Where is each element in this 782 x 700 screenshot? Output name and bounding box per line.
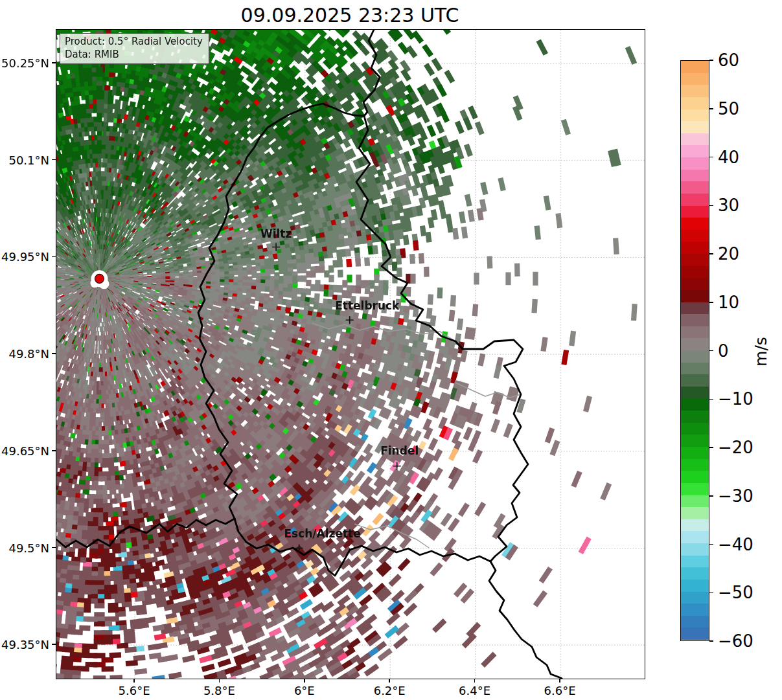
y-tick-label: 49.65°N [1,444,49,457]
colorbar-segment [681,278,709,290]
colorbar-segment [681,133,709,146]
colorbar-segment [681,592,709,604]
y-tick-mark [52,547,56,548]
x-tick-mark [559,679,560,683]
x-tick-label: 6°E [294,684,315,697]
colorbar-segment [681,121,709,133]
colorbar-segment [681,580,709,592]
colorbar-tick-label: −60 [718,631,753,651]
colorbar-tick-mark [709,253,713,254]
colorbar-tick-label: 30 [718,196,739,215]
colorbar-tick-mark [709,108,713,109]
colorbar-segment [681,254,709,266]
colorbar-segment [681,399,709,411]
colorbar-tick-label: −40 [718,535,753,554]
colorbar-tick-mark [709,544,713,545]
colorbar-tick-label: 10 [718,293,739,312]
colorbar-segment [681,206,709,218]
colorbar-segment [681,567,709,580]
colorbar-segment [681,531,709,543]
y-tick-mark [52,159,56,161]
colorbar-tick-mark [709,593,713,594]
x-tick-mark [474,679,476,683]
colorbar-segment [681,181,709,194]
figure-title: 09.09.2025 23:23 UTC [56,4,644,27]
colorbar-segment [681,374,709,387]
x-tick-mark [304,679,305,683]
colorbar-unit-label: m/s [752,313,771,390]
colorbar-segment [681,230,709,242]
colorbar-tick-label: −10 [718,389,753,409]
colorbar-segment [681,627,709,640]
colorbar-tick-label: −30 [718,486,753,506]
radar-figure: 09.09.2025 23:23 UTC Product: 0.5° Radia… [0,0,782,700]
colorbar-segment [681,519,709,532]
colorbar-tick-mark [709,495,713,497]
colorbar-tick-mark [709,205,713,207]
colorbar-tick-label: −20 [718,438,753,457]
y-tick-mark [52,644,56,645]
x-tick-mark [133,679,135,683]
y-tick-label: 50.25°N [1,56,49,70]
colorbar-segment [681,157,709,170]
colorbar-tick-mark [709,60,713,61]
colorbar-segment [681,363,709,375]
x-tick-mark [219,679,220,683]
colorbar-tick-label: 60 [718,51,739,70]
colorbar-segment [681,387,709,399]
colorbar-segment [681,471,709,483]
colorbar-segment [681,338,709,350]
x-tick-label: 5.6°E [119,684,150,697]
colorbar-segment [681,170,709,182]
colorbar-segment [681,447,709,459]
colorbar-segment [681,194,709,206]
colorbar-segment [681,109,709,122]
colorbar-segment [681,73,709,85]
x-tick-label: 6.2°E [374,684,406,697]
y-tick-mark [52,62,56,63]
colorbar-segment [681,411,709,423]
colorbar-segment [681,604,709,616]
colorbar-segment [681,543,709,556]
colorbar-tick-label: 20 [718,244,739,264]
colorbar-segment [681,326,709,339]
colorbar-tick-mark [709,447,713,448]
x-tick-label: 5.8°E [203,684,235,697]
product-info-box: Product: 0.5° Radial Velocity Data: RMIB [60,33,209,64]
colorbar-segment [681,218,709,230]
colorbar-segment [681,242,709,254]
x-tick-label: 6.4°E [459,684,490,697]
y-tick-label: 49.95°N [1,250,49,264]
colorbar-segment [681,616,709,628]
colorbar-tick-mark [709,399,713,400]
colorbar [680,60,709,641]
colorbar-tick-label: 40 [718,148,739,167]
colorbar-tick-label: 50 [718,99,739,119]
colorbar-tick-mark [709,157,713,158]
colorbar-segment [681,350,709,363]
colorbar-tick-mark [709,350,713,352]
colorbar-segment [681,290,709,302]
map-axes: Product: 0.5° Radial Velocity Data: RMIB [56,29,645,679]
y-tick-label: 49.8°N [8,347,49,361]
colorbar-segment [681,495,709,508]
colorbar-tick-mark [709,302,713,303]
colorbar-tick-label: 0 [718,341,729,361]
colorbar-segment [681,266,709,278]
colorbar-tick-label: −50 [718,583,753,602]
y-tick-label: 50.1°N [8,153,49,166]
colorbar-segment [681,85,709,97]
colorbar-tick-mark [709,640,713,642]
y-tick-mark [52,353,56,354]
x-tick-label: 6.6°E [544,684,576,697]
colorbar-segment [681,145,709,157]
y-tick-label: 49.35°N [1,638,49,651]
colorbar-segment [681,314,709,326]
y-tick-mark [52,450,56,451]
radar-map-canvas [56,30,645,679]
colorbar-segment [681,423,709,435]
colorbar-segment [681,507,709,519]
colorbar-segment [681,61,709,73]
colorbar-segment [681,435,709,447]
colorbar-segment [681,97,709,109]
